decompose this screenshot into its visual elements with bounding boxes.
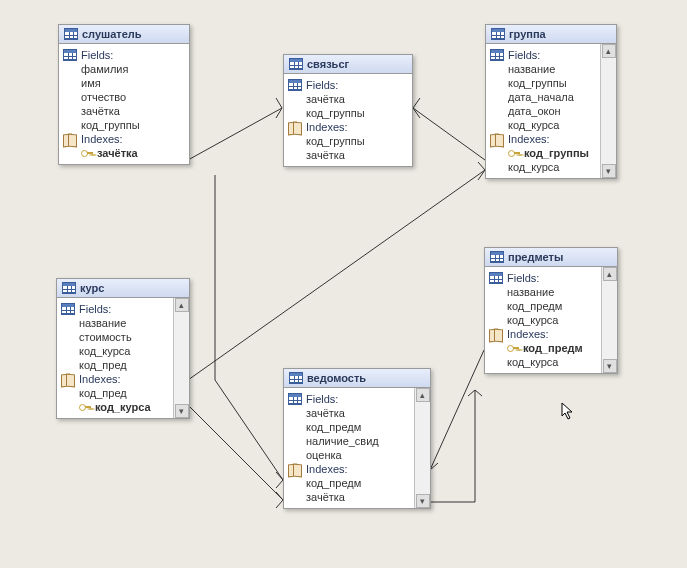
indexes-section: Indexes: bbox=[286, 462, 412, 476]
scroll-down-icon[interactable]: ▾ bbox=[602, 164, 616, 178]
scroll-up-icon[interactable]: ▴ bbox=[603, 267, 617, 281]
table-icon bbox=[289, 58, 303, 70]
entity-body: Fields: зачётка код_предм наличие_свид о… bbox=[284, 388, 430, 508]
index-row: зачётка bbox=[286, 490, 412, 504]
entity-course[interactable]: курс Fields: название стоимость код_курс… bbox=[56, 278, 190, 419]
svg-line-2 bbox=[188, 170, 485, 380]
entity-titlebar[interactable]: курс bbox=[57, 279, 189, 298]
scrollbar[interactable]: ▴ ▾ bbox=[601, 267, 617, 373]
scrollbar[interactable]: ▴ ▾ bbox=[173, 298, 189, 418]
scroll-down-icon[interactable]: ▾ bbox=[416, 494, 430, 508]
indexes-section: Indexes: bbox=[487, 327, 599, 341]
index-row: зачётка bbox=[61, 146, 187, 160]
book-icon bbox=[63, 134, 77, 145]
svg-line-4 bbox=[215, 380, 283, 480]
field-row: наличие_свид bbox=[286, 434, 412, 448]
field-row: фамилия bbox=[61, 62, 187, 76]
field-row: зачётка bbox=[286, 406, 412, 420]
fields-section: Fields: bbox=[487, 271, 599, 285]
table-icon bbox=[288, 79, 302, 91]
field-row: название bbox=[488, 62, 598, 76]
table-icon bbox=[64, 28, 78, 40]
field-row: код_предм bbox=[286, 420, 412, 434]
field-row: имя bbox=[61, 76, 187, 90]
scroll-up-icon[interactable]: ▴ bbox=[602, 44, 616, 58]
book-icon bbox=[288, 464, 302, 475]
table-icon bbox=[289, 372, 303, 384]
index-row: код_пред bbox=[59, 386, 171, 400]
field-row: код_предм bbox=[487, 299, 599, 313]
field-row: дата_окон bbox=[488, 104, 598, 118]
indexes-section: Indexes: bbox=[488, 132, 598, 146]
entity-subjects[interactable]: предметы Fields: название код_предм код_… bbox=[484, 247, 618, 374]
index-row: код_предм bbox=[487, 341, 599, 355]
entity-titlebar[interactable]: группа bbox=[486, 25, 616, 44]
fields-section: Fields: bbox=[286, 78, 410, 92]
entity-title: группа bbox=[509, 28, 546, 40]
field-row: зачётка bbox=[286, 92, 410, 106]
table-icon bbox=[490, 49, 504, 61]
field-row: код_курса bbox=[59, 344, 171, 358]
entity-title: связьсг bbox=[307, 58, 349, 70]
field-row: дата_начала bbox=[488, 90, 598, 104]
table-icon bbox=[491, 28, 505, 40]
book-icon bbox=[489, 329, 503, 340]
book-icon bbox=[61, 374, 75, 385]
field-row: оценка bbox=[286, 448, 412, 462]
entity-group[interactable]: группа Fields: название код_группы дата_… bbox=[485, 24, 617, 179]
table-icon bbox=[489, 272, 503, 284]
field-row: название bbox=[59, 316, 171, 330]
scrollbar[interactable]: ▴ ▾ bbox=[600, 44, 616, 178]
table-icon bbox=[62, 282, 76, 294]
entity-title: предметы bbox=[508, 251, 563, 263]
entity-listener[interactable]: слушатель Fields: фамилия имя отчество з… bbox=[58, 24, 190, 165]
table-icon bbox=[63, 49, 77, 61]
field-row: зачётка bbox=[61, 104, 187, 118]
scroll-up-icon[interactable]: ▴ bbox=[416, 388, 430, 402]
table-icon bbox=[288, 393, 302, 405]
index-row: код_группы bbox=[286, 134, 410, 148]
indexes-section: Indexes: bbox=[286, 120, 410, 134]
field-row: стоимость bbox=[59, 330, 171, 344]
fields-section: Fields: bbox=[61, 48, 187, 62]
entity-body: Fields: фамилия имя отчество зачётка код… bbox=[59, 44, 189, 164]
key-icon bbox=[508, 147, 520, 159]
index-row: код_курса bbox=[488, 160, 598, 174]
key-icon bbox=[507, 342, 519, 354]
index-row: код_группы bbox=[488, 146, 598, 160]
field-row: код_курса bbox=[487, 313, 599, 327]
book-icon bbox=[288, 122, 302, 133]
scroll-down-icon[interactable]: ▾ bbox=[175, 404, 189, 418]
entity-sheet[interactable]: ведомость Fields: зачётка код_предм нали… bbox=[283, 368, 431, 509]
entity-title: слушатель bbox=[82, 28, 142, 40]
indexes-section: Indexes: bbox=[59, 372, 171, 386]
entity-linksg[interactable]: связьсг Fields: зачётка код_группы Index… bbox=[283, 54, 413, 167]
table-icon bbox=[490, 251, 504, 263]
scrollbar[interactable]: ▴ ▾ bbox=[414, 388, 430, 508]
field-row: название bbox=[487, 285, 599, 299]
fields-section: Fields: bbox=[488, 48, 598, 62]
entity-title: курс bbox=[80, 282, 104, 294]
field-row: код_группы bbox=[286, 106, 410, 120]
fields-section: Fields: bbox=[59, 302, 171, 316]
field-row: код_пред bbox=[59, 358, 171, 372]
index-row: код_курса bbox=[487, 355, 599, 369]
field-row: код_группы bbox=[488, 76, 598, 90]
entity-body: Fields: название код_предм код_курса Ind… bbox=[485, 267, 617, 373]
entity-titlebar[interactable]: связьсг bbox=[284, 55, 412, 74]
index-row: код_курса bbox=[59, 400, 171, 414]
key-icon bbox=[79, 401, 91, 413]
key-icon bbox=[81, 147, 93, 159]
entity-body: Fields: название код_группы дата_начала … bbox=[486, 44, 616, 178]
svg-line-6 bbox=[430, 350, 484, 470]
field-row: код_группы bbox=[61, 118, 187, 132]
indexes-section: Indexes: bbox=[61, 132, 187, 146]
scroll-up-icon[interactable]: ▴ bbox=[175, 298, 189, 312]
index-row: зачётка bbox=[286, 148, 410, 162]
entity-body: Fields: название стоимость код_курса код… bbox=[57, 298, 189, 418]
entity-titlebar[interactable]: ведомость bbox=[284, 369, 430, 388]
entity-titlebar[interactable]: предметы bbox=[485, 248, 617, 267]
scroll-down-icon[interactable]: ▾ bbox=[603, 359, 617, 373]
entity-title: ведомость bbox=[307, 372, 366, 384]
entity-titlebar[interactable]: слушатель bbox=[59, 25, 189, 44]
